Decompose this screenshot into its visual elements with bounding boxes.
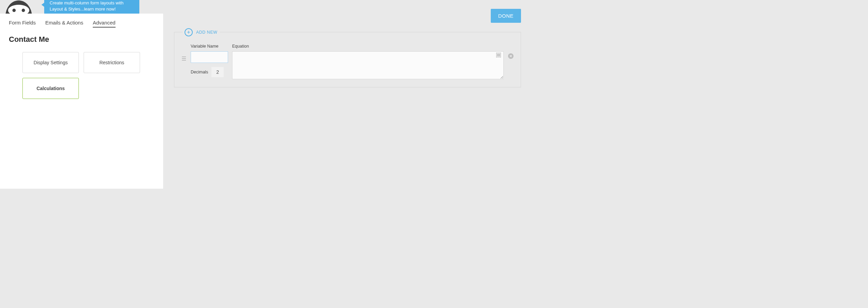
- form-title: Contact Me: [9, 35, 154, 44]
- equation-column: Equation: [232, 44, 504, 80]
- decimals-label: Decimals: [191, 70, 208, 74]
- variable-name-label: Variable Name: [191, 44, 228, 49]
- card-restrictions[interactable]: Restrictions: [84, 52, 140, 73]
- plus-icon: +: [185, 28, 193, 36]
- equation-label: Equation: [232, 44, 504, 49]
- svg-point-2: [22, 9, 25, 12]
- tabs: Form Fields Emails & Actions Advanced: [9, 20, 154, 28]
- svg-point-1: [12, 9, 16, 12]
- card-display-settings[interactable]: Display Settings: [22, 52, 79, 73]
- merge-tag-icon[interactable]: [496, 53, 501, 58]
- decimals-group: Decimals: [191, 67, 228, 77]
- tab-emails-actions[interactable]: Emails & Actions: [45, 20, 83, 28]
- variable-column: Variable Name Decimals: [191, 44, 228, 77]
- done-button[interactable]: DONE: [491, 9, 521, 23]
- delete-row-icon[interactable]: [508, 44, 514, 60]
- add-new-button[interactable]: + ADD NEW: [183, 28, 220, 36]
- decimals-input[interactable]: [211, 67, 224, 77]
- promo-text: Create multi-column form layouts with La…: [50, 0, 123, 12]
- left-panel: Form Fields Emails & Actions Advanced Co…: [0, 14, 163, 189]
- tab-advanced[interactable]: Advanced: [93, 20, 116, 28]
- settings-cards: Display Settings Restrictions Calculatio…: [9, 52, 154, 99]
- calculations-panel: + ADD NEW ☰ Variable Name Decimals Equat…: [174, 32, 521, 87]
- equation-input[interactable]: [232, 51, 504, 79]
- card-calculations[interactable]: Calculations: [22, 78, 79, 99]
- header: Create multi-column form layouts with La…: [0, 0, 532, 14]
- variable-name-input[interactable]: [191, 51, 228, 63]
- drag-handle-icon[interactable]: ☰: [181, 44, 187, 62]
- calculation-row: ☰ Variable Name Decimals Equation: [181, 44, 514, 80]
- tab-form-fields[interactable]: Form Fields: [9, 20, 36, 28]
- add-new-label: ADD NEW: [196, 30, 218, 35]
